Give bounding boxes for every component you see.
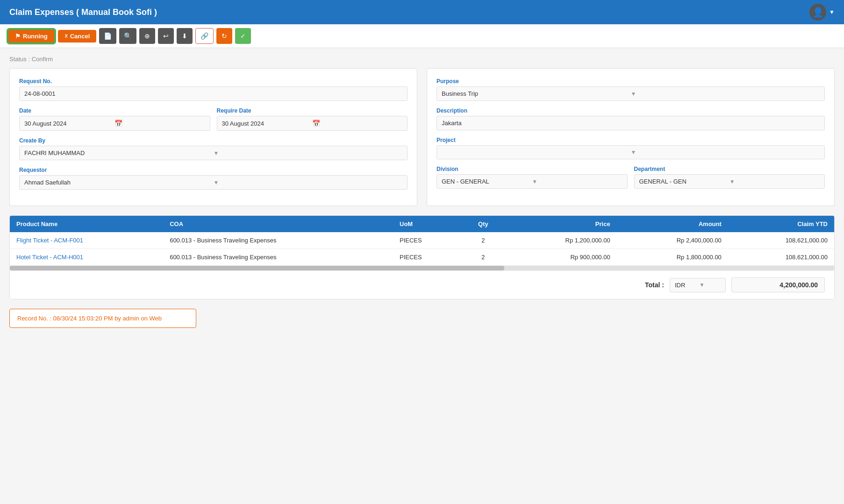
project-label: Project (436, 137, 825, 143)
amount-cell: Rp 2,400,000.00 (617, 232, 728, 249)
create-by-label: Create By (19, 137, 408, 144)
status-label: Status : Confirm (9, 56, 835, 63)
total-section: Total : IDR ▼ 4,200,000.00 (10, 270, 834, 299)
requestor-label: Requestor (19, 167, 408, 173)
date-input[interactable]: 30 August 2024 📅 (19, 116, 210, 131)
project-group: Project ▼ (436, 137, 825, 159)
claim-ytd-cell: 108,621,000.00 (728, 249, 834, 266)
qty-cell: 2 (461, 232, 505, 249)
chevron-down-icon: ▼ (214, 179, 403, 186)
requestor-select[interactable]: Ahmad Saefullah ▼ (19, 175, 408, 190)
amount-cell: Rp 1,800,000.00 (617, 249, 728, 266)
app-header: Claim Expenses ( Manual Book Sofi ) 👤 ▼ (0, 0, 844, 24)
user-menu[interactable]: 👤 ▼ (809, 4, 835, 21)
main-content: Status : Confirm Request No. 24-08-0001 … (0, 48, 844, 504)
date-row: Date 30 August 2024 📅 Require Date 30 Au… (19, 107, 408, 137)
expenses-table-section: Product Name COA UoM Qty Price Amount Cl… (9, 215, 835, 299)
table-header-row: Product Name COA UoM Qty Price Amount Cl… (10, 216, 834, 232)
table-scrollbar[interactable] (10, 266, 834, 270)
department-select[interactable]: GENERAL - GEN ▼ (634, 174, 825, 189)
running-icon: ⚑ (15, 33, 21, 40)
calendar-icon: 📅 (312, 120, 402, 127)
chevron-down-icon: ▼ (532, 178, 622, 185)
total-amount: 4,200,000.00 (731, 277, 825, 292)
total-label: Total : (645, 281, 664, 289)
col-qty: Qty (461, 216, 505, 232)
description-group: Description Jakarta (436, 107, 825, 130)
record-notice: Record No. : 08/30/24 15:03:20 PM by adm… (9, 309, 196, 328)
require-date-label: Require Date (217, 107, 408, 114)
create-by-select[interactable]: FACHRI MUHAMMAD ▼ (19, 146, 408, 160)
purpose-label: Purpose (436, 78, 825, 85)
table-row[interactable]: Flight Ticket - ACM-F001 600.013 - Busin… (10, 232, 834, 249)
purpose-select[interactable]: Business Trip ▼ (436, 86, 825, 101)
chevron-down-icon: ▼ (699, 282, 721, 288)
qty-cell: 2 (461, 249, 505, 266)
product-name-cell: Flight Ticket - ACM-F001 (10, 232, 163, 249)
purpose-group: Purpose Business Trip ▼ (436, 78, 825, 101)
left-form-card: Request No. 24-08-0001 Date 30 August 20… (9, 68, 417, 206)
department-label: Department (634, 166, 825, 172)
division-select[interactable]: GEN - GENERAL ▼ (436, 174, 628, 189)
require-date-group: Require Date 30 August 2024 📅 (217, 107, 408, 131)
col-price: Price (506, 216, 617, 232)
chevron-down-icon: ▼ (730, 178, 820, 185)
uom-cell: PIECES (393, 249, 461, 266)
download-button[interactable]: ⬇ (177, 28, 193, 44)
department-group: Department GENERAL - GEN ▼ (634, 166, 825, 189)
page-title: Claim Expenses ( Manual Book Sofi ) (9, 7, 157, 17)
toolbar: ⚑ Running ☓ Cancel 📄 🔍 ⊕ ↩ ⬇ 🔗 ↻ ✓ (0, 24, 844, 48)
scrollbar-thumb[interactable] (10, 266, 504, 270)
coa-cell: 600.013 - Business Traveling Expenses (163, 249, 393, 266)
col-coa: COA (163, 216, 393, 232)
create-by-group: Create By FACHRI MUHAMMAD ▼ (19, 137, 408, 160)
refresh-button[interactable]: ↻ (216, 28, 232, 44)
form-section: Request No. 24-08-0001 Date 30 August 20… (9, 68, 835, 206)
description-value[interactable]: Jakarta (436, 116, 825, 130)
chevron-down-icon: ▼ (631, 91, 820, 97)
chevron-down-icon: ▼ (214, 150, 403, 156)
date-group: Date 30 August 2024 📅 (19, 107, 210, 131)
cancel-button[interactable]: ☓ Cancel (58, 30, 97, 43)
calendar-icon: 📅 (114, 120, 205, 127)
col-claim-ytd: Claim YTD (728, 216, 834, 232)
chevron-down-icon: ▼ (829, 9, 835, 15)
add-button[interactable]: ⊕ (139, 28, 155, 44)
check-button[interactable]: ✓ (235, 28, 251, 44)
currency-select[interactable]: IDR ▼ (670, 278, 726, 292)
col-product-name: Product Name (10, 216, 163, 232)
division-label: Division (436, 166, 628, 172)
product-name-cell: Hotel Ticket - ACM-H001 (10, 249, 163, 266)
request-no-group: Request No. 24-08-0001 (19, 78, 408, 101)
claim-ytd-cell: 108,621,000.00 (728, 232, 834, 249)
uom-cell: PIECES (393, 232, 461, 249)
cancel-icon: ☓ (64, 33, 68, 40)
project-select[interactable]: ▼ (436, 145, 825, 159)
requestor-group: Requestor Ahmad Saefullah ▼ (19, 167, 408, 190)
user-avatar: 👤 (809, 4, 826, 21)
division-group: Division GEN - GENERAL ▼ (436, 166, 628, 189)
request-no-label: Request No. (19, 78, 408, 85)
search-button[interactable]: 🔍 (119, 28, 136, 44)
chevron-down-icon: ▼ (631, 149, 820, 156)
expenses-table: Product Name COA UoM Qty Price Amount Cl… (10, 216, 834, 266)
currency-value: IDR (675, 282, 696, 289)
table-row[interactable]: Hotel Ticket - ACM-H001 600.013 - Busine… (10, 249, 834, 266)
date-label: Date (19, 107, 210, 114)
running-button[interactable]: ⚑ Running (7, 29, 55, 43)
link-button[interactable]: 🔗 (195, 28, 214, 44)
file-button[interactable]: 📄 (99, 28, 116, 44)
col-uom: UoM (393, 216, 461, 232)
require-date-input[interactable]: 30 August 2024 📅 (217, 116, 408, 131)
request-no-value: 24-08-0001 (19, 86, 408, 101)
price-cell: Rp 900,000.00 (506, 249, 617, 266)
division-dept-row: Division GEN - GENERAL ▼ Department GENE… (436, 166, 825, 195)
price-cell: Rp 1,200,000.00 (506, 232, 617, 249)
col-amount: Amount (617, 216, 728, 232)
right-form-card: Purpose Business Trip ▼ Description Jaka… (427, 68, 835, 206)
coa-cell: 600.013 - Business Traveling Expenses (163, 232, 393, 249)
reply-button[interactable]: ↩ (158, 28, 174, 44)
description-label: Description (436, 107, 825, 114)
